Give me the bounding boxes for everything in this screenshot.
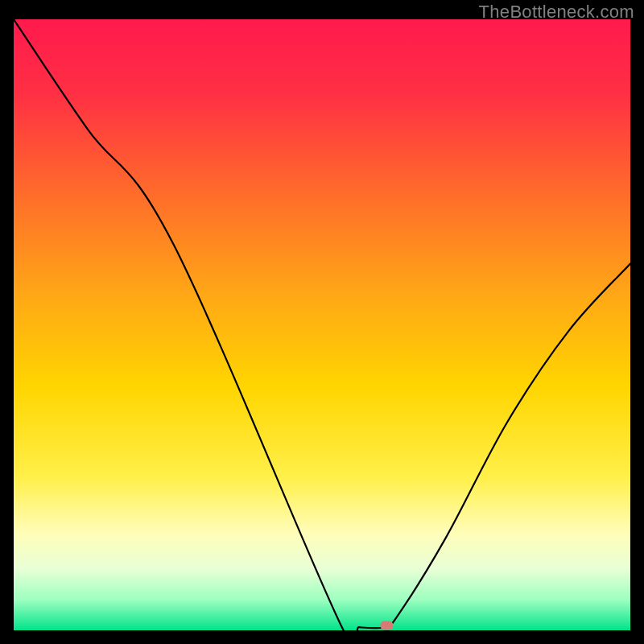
watermark-label: TheBottleneck.com (479, 2, 634, 23)
optimal-marker (380, 621, 393, 630)
bottleneck-plot (14, 19, 630, 630)
chart-frame: TheBottleneck.com (0, 0, 644, 644)
plot-svg (14, 19, 630, 630)
gradient-background (14, 19, 630, 630)
